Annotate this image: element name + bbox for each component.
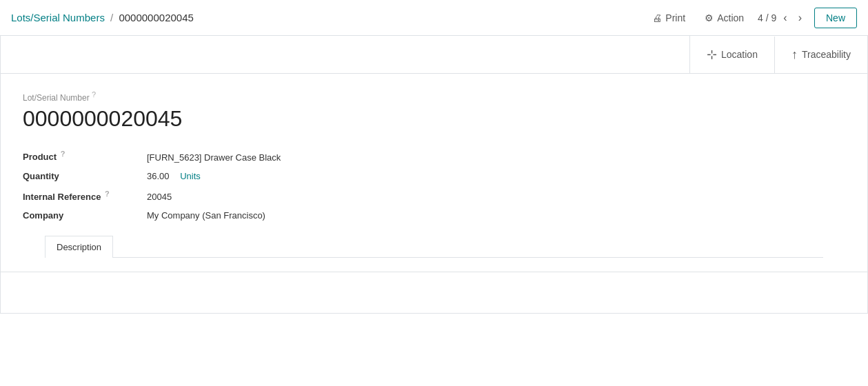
action-label: Action bbox=[717, 12, 744, 23]
product-value: [FURN_5623] Drawer Case Black bbox=[147, 152, 281, 163]
pager: 4 / 9 ‹ › bbox=[758, 11, 806, 25]
internal-ref-help-icon[interactable]: ? bbox=[105, 190, 110, 198]
quantity-label: Quantity bbox=[23, 171, 147, 181]
gear-icon: ⚙ bbox=[705, 12, 714, 23]
pager-next-button[interactable]: › bbox=[794, 11, 806, 25]
internal-ref-value: 20045 bbox=[147, 192, 172, 202]
company-row: Company My Company (San Francisco) bbox=[23, 206, 845, 225]
header-actions: 🖨 Print ⚙ Action 4 / 9 ‹ › New bbox=[647, 8, 857, 28]
traceability-label: Traceability bbox=[802, 49, 851, 60]
product-row: Product ? [FURN_5623] Drawer Case Black bbox=[23, 145, 845, 166]
company-label: Company bbox=[23, 210, 147, 221]
pager-text: 4 / 9 bbox=[758, 12, 776, 23]
lot-number-display: 0000000020045 bbox=[23, 105, 845, 132]
action-button[interactable]: ⚙ Action bbox=[699, 8, 749, 28]
tab-description[interactable]: Description bbox=[45, 236, 113, 258]
lot-serial-help-icon[interactable]: ? bbox=[92, 90, 96, 99]
product-label: Product ? bbox=[23, 150, 147, 162]
breadcrumb-current: 0000000020045 bbox=[119, 12, 193, 23]
breadcrumb: Lots/Serial Numbers / 0000000020045 bbox=[11, 12, 194, 23]
form-section: Lot/Serial Number ? 0000000020045 Produc… bbox=[1, 74, 867, 272]
top-header: Lots/Serial Numbers / 0000000020045 🖨 Pr… bbox=[0, 0, 868, 36]
breadcrumb-link[interactable]: Lots/Serial Numbers bbox=[11, 12, 105, 23]
arrow-up-icon: ↑ bbox=[791, 48, 798, 62]
tabs-bar: Description bbox=[45, 236, 823, 258]
lot-serial-field-label: Lot/Serial Number ? bbox=[23, 90, 845, 103]
pager-prev-button[interactable]: ‹ bbox=[779, 11, 791, 25]
smart-buttons-bar: ⊹ Location ↑ Traceability bbox=[0, 36, 868, 74]
units-link[interactable]: Units bbox=[180, 171, 201, 181]
breadcrumb-separator: / bbox=[110, 12, 113, 23]
main-content: Lot/Serial Number ? 0000000020045 Produc… bbox=[0, 74, 868, 314]
internal-ref-row: Internal Reference ? 20045 bbox=[23, 185, 845, 206]
location-label: Location bbox=[721, 49, 758, 60]
company-value: My Company (San Francisco) bbox=[147, 210, 265, 221]
new-button[interactable]: New bbox=[814, 8, 857, 28]
traceability-button[interactable]: ↑ Traceability bbox=[774, 37, 867, 73]
description-area bbox=[1, 272, 867, 313]
internal-ref-label: Internal Reference ? bbox=[23, 190, 147, 202]
location-button[interactable]: ⊹ Location bbox=[689, 36, 774, 73]
quantity-row: Quantity 36.00 Units bbox=[23, 167, 845, 185]
quantity-value: 36.00 Units bbox=[147, 171, 201, 181]
form-fields: Product ? [FURN_5623] Drawer Case Black … bbox=[23, 145, 845, 225]
move-icon: ⊹ bbox=[707, 47, 717, 62]
product-help-icon[interactable]: ? bbox=[61, 150, 65, 158]
printer-icon: 🖨 bbox=[652, 12, 662, 23]
print-button[interactable]: 🖨 Print bbox=[647, 8, 691, 28]
print-label: Print bbox=[665, 12, 685, 23]
